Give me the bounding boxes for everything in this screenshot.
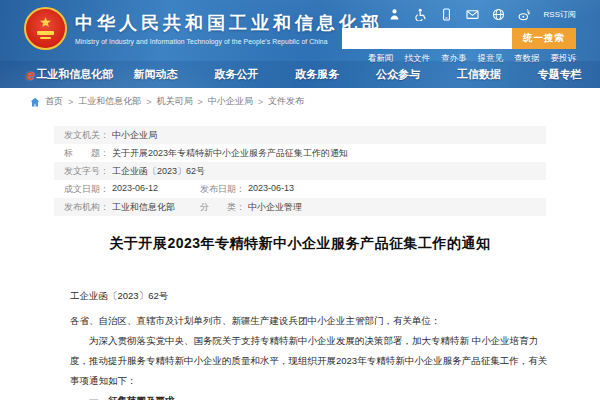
document-salutation: 各省、自治区、直辖市及计划单列市、新疆生产建设兵团中小企业主管部门，有关单位： (70, 311, 548, 331)
elder-mode-icon[interactable] (388, 8, 401, 21)
ministry-title-block: 中华人民共和国工业和信息化部 Ministry of Industry and … (75, 11, 383, 45)
breadcrumb-departments[interactable]: 机关司局 (157, 95, 193, 108)
emblem-gate-shape (37, 31, 54, 35)
meta-value: 2023-06-13 (248, 183, 294, 196)
meta-label: 发布机构： (64, 201, 109, 214)
meta-row-title: 标 题： 关于开展2023年专精特新中小企业服务产品征集工作的通知 (54, 144, 546, 162)
meta-value: 工企业函〔2023〕62号 (112, 165, 205, 178)
meta-row-dates: 成文日期： 2023-06-12 发布日期： 2023-06-13 (54, 180, 546, 198)
nav-item-miit-data[interactable]: 工信数据 (438, 67, 519, 82)
meta-value: 工业和信息化部 (112, 201, 175, 214)
emblem-star-icon: ★ (39, 15, 52, 29)
document-title: 关于开展2023年专精特新中小企业服务产品征集工作的通知 (0, 235, 600, 253)
meta-label: 发布日期： (200, 183, 245, 196)
rss-subscribe-link[interactable]: RSS订阅 (544, 9, 576, 20)
breadcrumb-separator: > (68, 97, 73, 107)
breadcrumb: 首页 > 工业和信息化部 > 机关司局 > 中小企业局 > 文件发布 (0, 88, 600, 115)
search-input[interactable] (342, 28, 512, 49)
document-number: 工企业函〔2023〕62号 (70, 286, 548, 306)
meta-label: 分 类： (200, 201, 245, 214)
nav-item-public-participation[interactable]: 公众参与 (358, 67, 439, 82)
document-paragraph: 为深入贯彻落实党中央、国务院关于支持专精特新中小企业发展的决策部署，加大专精特新… (70, 331, 548, 391)
document-meta-table: 发文机关： 中小企业局 标 题： 关于开展2023年专精特新中小企业服务产品征集… (54, 126, 546, 216)
wechat-icon[interactable] (492, 8, 505, 21)
site-header: ★ 中华人民共和国工业和信息化部 Ministry of Industry an… (0, 0, 600, 88)
ministry-name-en: Ministry of Industry and Information Tec… (75, 38, 383, 45)
mail-icon[interactable] (466, 8, 479, 21)
document-body: 工企业函〔2023〕62号 各省、自治区、直辖市及计划单列市、新疆生产建设兵团中… (70, 286, 548, 400)
meta-label: 发文字号： (64, 165, 109, 178)
ministry-name-cn: 中华人民共和国工业和信息化部 (75, 11, 383, 35)
meta-value: 关于开展2023年专精特新中小企业服务产品征集工作的通知 (112, 147, 348, 160)
nav-item-miit[interactable]: 工业和信息化部 (34, 67, 115, 82)
breadcrumb-separator: > (198, 97, 203, 107)
meta-value: 中小企业管理 (248, 201, 302, 214)
nav-item-gov-services[interactable]: 政务服务 (277, 67, 358, 82)
breadcrumb-sme-bureau[interactable]: 中小企业局 (208, 95, 253, 108)
meta-value: 中小企业局 (112, 129, 157, 142)
breadcrumb-document-release[interactable]: 文件发布 (268, 95, 304, 108)
meta-label: 成文日期： (64, 183, 109, 196)
meta-row-publisher-category: 发布机构： 工业和信息化部 分 类： 中小企业管理 (54, 198, 546, 216)
breadcrumb-separator: > (146, 97, 151, 107)
header-toolbar: RSS订阅 (388, 8, 576, 21)
weibo-icon[interactable] (518, 8, 531, 21)
accessibility-icon[interactable] (414, 8, 427, 21)
nav-item-news[interactable]: 新闻动态 (115, 67, 196, 82)
nav-items: 工业和信息化部 新闻动态 政务公开 政务服务 公众参与 工信数据 专题专栏 (34, 67, 600, 82)
meta-value: 2023-06-12 (112, 183, 158, 196)
breadcrumb-home[interactable]: 首页 (45, 95, 63, 108)
national-emblem-logo: ★ (24, 7, 67, 50)
breadcrumb-separator: > (258, 97, 263, 107)
meta-label: 标 题： (64, 147, 109, 160)
miit-logo-mark-icon: e (26, 67, 34, 82)
home-icon[interactable] (30, 97, 40, 107)
nav-item-gov-disclosure[interactable]: 政务公开 (196, 67, 277, 82)
unified-search-button[interactable]: 统一搜索 (512, 28, 576, 49)
nav-item-special-columns[interactable]: 专题专栏 (519, 67, 600, 82)
document-section-heading: 一、征集范围及要求 (70, 391, 548, 400)
meta-row-issuing-office: 发文机关： 中小企业局 (54, 126, 546, 144)
meta-row-doc-number: 发文字号： 工企业函〔2023〕62号 (54, 162, 546, 180)
mobile-icon[interactable] (440, 8, 453, 21)
main-navbar: e 工业和信息化部 新闻动态 政务公开 政务服务 公众参与 工信数据 专题专栏 (0, 61, 600, 88)
meta-label: 发文机关： (64, 129, 109, 142)
unified-search-bar: 统一搜索 (342, 28, 576, 49)
breadcrumb-miit[interactable]: 工业和信息化部 (78, 95, 141, 108)
emblem-gate-shape (40, 37, 51, 39)
